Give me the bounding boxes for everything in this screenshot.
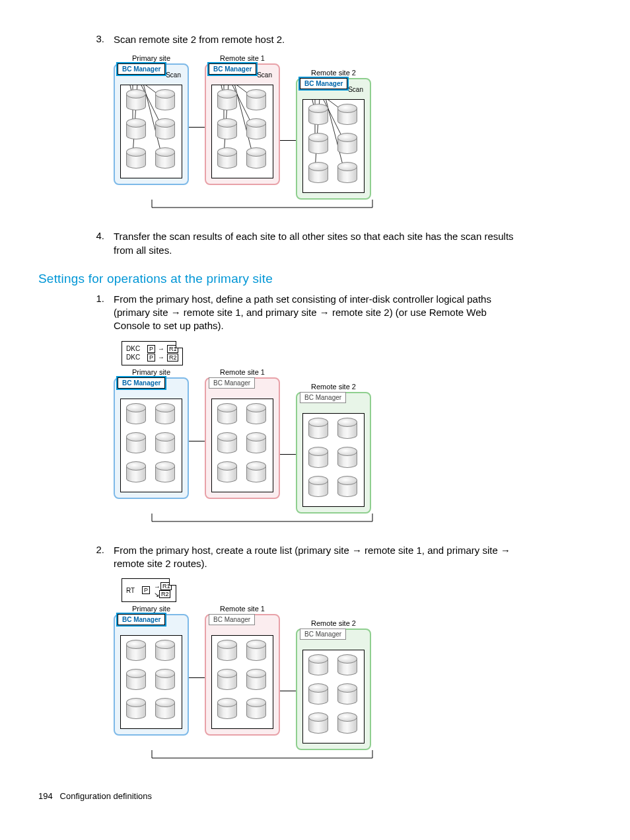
arrow-icon: ↘ bbox=[154, 591, 159, 598]
bc-manager-tag: BC Manager bbox=[300, 78, 347, 89]
bc-manager-tag: BC Manager bbox=[209, 614, 255, 625]
bc-manager-tag: BC Manager bbox=[300, 629, 346, 640]
disk-icon bbox=[154, 640, 176, 664]
arrow-icon: → bbox=[158, 354, 164, 361]
connector bbox=[189, 677, 205, 678]
bc-manager-tag: BC Manager bbox=[300, 392, 346, 403]
site-label-primary: Primary site bbox=[132, 54, 170, 62]
bc-manager-tag: BC Manager bbox=[118, 63, 165, 75]
legend-p: P bbox=[142, 586, 150, 594]
arrow-icon: → bbox=[154, 583, 160, 590]
site-remote2: BC Manager bbox=[296, 629, 371, 750]
disk-icon bbox=[336, 133, 359, 157]
bc-manager-tag: BC Manager bbox=[118, 614, 165, 625]
bc-manager-tag: BC Manager bbox=[209, 377, 255, 389]
legend-r2: R2 bbox=[167, 354, 179, 362]
list-text: From the primary host, define a path set… bbox=[114, 293, 515, 333]
disk-icon bbox=[216, 432, 238, 456]
disk-icon bbox=[336, 476, 359, 500]
scan-label: Scan bbox=[348, 86, 363, 93]
disk-icon bbox=[307, 133, 330, 157]
storage-box bbox=[302, 413, 365, 507]
bc-manager-tag: BC Manager bbox=[209, 63, 256, 75]
footer-section: Configuration definitions bbox=[60, 791, 152, 801]
site-label-primary: Primary site bbox=[132, 605, 170, 613]
disk-icon bbox=[245, 403, 267, 427]
disk-icon bbox=[307, 476, 330, 500]
disk-icon bbox=[216, 118, 238, 142]
storage-box bbox=[302, 650, 365, 744]
diagram-scan-all: Primary site BC Manager Scan Remote site… bbox=[114, 54, 515, 214]
disk-icon bbox=[245, 698, 267, 722]
list-text: Scan remote site 2 from remote host 2. bbox=[114, 33, 515, 46]
storage-box bbox=[120, 635, 182, 729]
disk-icon bbox=[336, 683, 359, 707]
disk-icon bbox=[125, 89, 147, 113]
disk-icon bbox=[154, 403, 176, 427]
disk-icon bbox=[125, 640, 147, 664]
disk-icon bbox=[216, 147, 238, 171]
disk-icon bbox=[307, 712, 330, 736]
site-label-remote1: Remote site 1 bbox=[220, 54, 265, 62]
legend-dkc: DKC P→R1 DKC P→R2 bbox=[122, 341, 183, 365]
list-item: 4. Transfer the scan results of each sit… bbox=[82, 230, 515, 257]
disk-icon bbox=[245, 147, 267, 171]
site-remote2: BC Manager bbox=[296, 392, 371, 514]
legend-p: P bbox=[147, 345, 155, 353]
site-remote2: BC Manager Scan bbox=[296, 78, 371, 200]
legend-rt: RT P →R1 ↘R2 bbox=[122, 578, 176, 602]
connector bbox=[280, 691, 296, 691]
list-number: 3. bbox=[82, 33, 114, 46]
site-primary: BC Manager bbox=[114, 614, 189, 736]
disk-icon bbox=[216, 698, 238, 722]
storage-box bbox=[302, 99, 365, 193]
connector bbox=[189, 441, 205, 441]
site-remote1: BC Manager Scan bbox=[205, 63, 280, 185]
list-number: 1. bbox=[82, 293, 114, 333]
disk-icon bbox=[336, 418, 359, 441]
disk-icon bbox=[245, 89, 267, 113]
page-number: 194 bbox=[38, 791, 53, 801]
connector bbox=[189, 127, 205, 128]
site-label-remote2: Remote site 2 bbox=[311, 383, 356, 391]
disk-icon bbox=[154, 147, 176, 171]
storage-box bbox=[120, 85, 182, 178]
connector bbox=[280, 454, 296, 455]
disk-icon bbox=[336, 162, 359, 186]
site-primary: BC Manager Scan bbox=[114, 63, 189, 185]
disk-icon bbox=[336, 654, 359, 678]
legend-r2: R2 bbox=[159, 590, 171, 598]
list-item: 2. From the primary host, create a route… bbox=[82, 544, 515, 571]
disk-icon bbox=[154, 698, 176, 722]
list-item: 3. Scan remote site 2 from remote host 2… bbox=[82, 33, 515, 46]
legend-p: P bbox=[147, 354, 155, 362]
storage-box bbox=[211, 399, 273, 492]
disk-icon bbox=[154, 432, 176, 456]
disk-icon bbox=[125, 118, 147, 142]
site-remote1: BC Manager bbox=[205, 377, 280, 499]
bottom-connector bbox=[114, 200, 424, 214]
disk-icon bbox=[154, 461, 176, 485]
page-footer: 194 Configuration definitions bbox=[38, 791, 515, 801]
list-item: 1. From the primary host, define a path … bbox=[82, 293, 515, 333]
disk-icon bbox=[336, 104, 359, 128]
disk-icon bbox=[125, 698, 147, 722]
list-number: 4. bbox=[82, 230, 114, 257]
disk-icon bbox=[307, 447, 330, 471]
disk-icon bbox=[216, 461, 238, 485]
legend-title: DKC bbox=[126, 354, 140, 361]
site-remote1: BC Manager bbox=[205, 614, 280, 736]
section-heading: Settings for operations at the primary s… bbox=[38, 272, 515, 286]
disk-icon bbox=[125, 403, 147, 427]
diagram-path-set: DKC P→R1 DKC P→R2 Primary site BC Manage… bbox=[114, 341, 515, 528]
bottom-connector bbox=[114, 514, 424, 528]
disk-icon bbox=[216, 640, 238, 664]
disk-icon bbox=[154, 118, 176, 142]
disk-icon bbox=[125, 461, 147, 485]
disk-icon bbox=[154, 89, 176, 113]
disk-icon bbox=[307, 162, 330, 186]
disk-icon bbox=[336, 712, 359, 736]
disk-icon bbox=[307, 104, 330, 128]
disk-icon bbox=[216, 89, 238, 113]
disk-icon bbox=[307, 683, 330, 707]
